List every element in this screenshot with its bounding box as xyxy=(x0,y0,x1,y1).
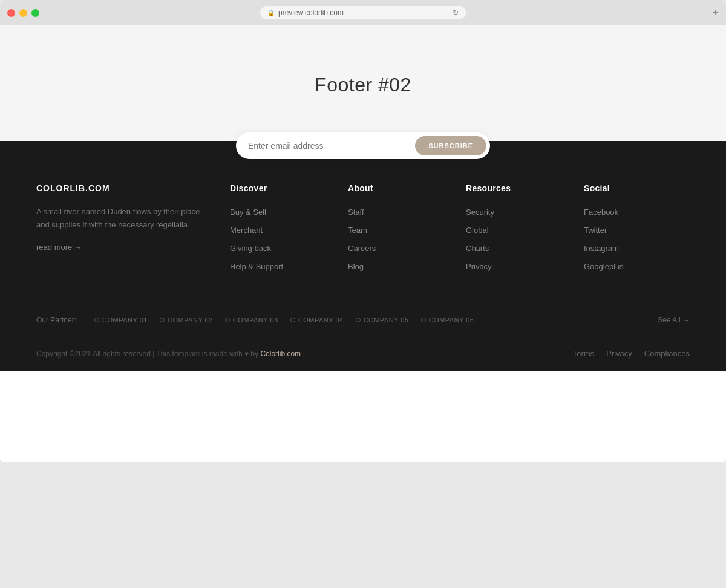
new-tab-button[interactable]: + xyxy=(712,7,719,19)
partner-name: COMPANY 05 xyxy=(364,316,409,324)
footer-col-discover: Discover Buy & Sell Merchant Giving back… xyxy=(230,183,336,272)
list-item: Facebook xyxy=(584,206,690,217)
list-item: Twitter xyxy=(584,224,690,235)
list-item: Global xyxy=(466,224,572,235)
global-link[interactable]: Global xyxy=(466,226,489,235)
browser-content: Footer #02 SUBSCRIBE COLORLIB.COM A smal… xyxy=(0,25,726,462)
list-item: Careers xyxy=(348,243,454,253)
partners-label: Our Partner: xyxy=(36,316,76,324)
discover-links: Buy & Sell Merchant Giving back Help & S… xyxy=(230,206,336,272)
list-item: Merchant xyxy=(230,224,336,235)
list-item: Security xyxy=(466,206,572,217)
staff-link[interactable]: Staff xyxy=(348,207,364,217)
partner-item[interactable]: COMPANY 01 xyxy=(94,316,148,324)
footer-logo: COLORLIB.COM xyxy=(36,183,206,193)
footer-col-resources: Resources Security Global Charts Privacy xyxy=(466,183,572,272)
subscribe-section: SUBSCRIBE xyxy=(0,132,726,159)
partner-dot-icon xyxy=(421,318,426,322)
titlebar: 🔒 preview.colorlib.com ↻ + xyxy=(0,6,726,25)
refresh-icon[interactable]: ↻ xyxy=(453,8,459,17)
security-link[interactable]: Security xyxy=(466,207,494,217)
list-item: Instagram xyxy=(584,243,690,253)
partners-bar: Our Partner: COMPANY 01 COMPANY 02 COMPA… xyxy=(36,302,690,338)
resources-links: Security Global Charts Privacy xyxy=(466,206,572,272)
close-button[interactable] xyxy=(7,9,15,17)
googleplus-link[interactable]: Googleplus xyxy=(584,262,624,271)
partner-item[interactable]: COMPANY 05 xyxy=(356,316,409,324)
partner-item[interactable]: COMPANY 02 xyxy=(160,316,213,324)
after-footer xyxy=(0,371,726,462)
compliances-link[interactable]: Compliances xyxy=(644,349,690,358)
list-item: Giving back xyxy=(230,243,336,253)
partner-dot-icon xyxy=(290,318,295,322)
subscribe-button[interactable]: SUBSCRIBE xyxy=(415,136,486,155)
privacy-legal-link[interactable]: Privacy xyxy=(606,349,632,358)
page-top: Footer #02 xyxy=(0,25,726,132)
team-link[interactable]: Team xyxy=(348,226,367,235)
partner-dot-icon xyxy=(356,318,361,322)
url-text: preview.colorlib.com xyxy=(278,8,344,17)
partner-item[interactable]: COMPANY 06 xyxy=(421,316,474,324)
lock-icon: 🔒 xyxy=(267,10,275,16)
terms-link[interactable]: Terms xyxy=(573,349,594,358)
footer-columns: Discover Buy & Sell Merchant Giving back… xyxy=(230,183,690,272)
list-item: Googleplus xyxy=(584,261,690,272)
giving-back-link[interactable]: Giving back xyxy=(230,244,271,253)
help-support-link[interactable]: Help & Support xyxy=(230,262,283,271)
resources-title: Resources xyxy=(466,183,572,193)
browser-window: 🔒 preview.colorlib.com ↻ + Footer #02 SU… xyxy=(0,0,726,462)
subscribe-bar: SUBSCRIBE xyxy=(236,132,490,159)
list-item: Help & Support xyxy=(230,261,336,272)
social-title: Social xyxy=(584,183,690,193)
traffic-lights xyxy=(7,9,39,17)
footer: COLORLIB.COM A small river named Duden f… xyxy=(0,141,726,371)
careers-link[interactable]: Careers xyxy=(348,244,376,253)
address-bar[interactable]: 🔒 preview.colorlib.com ↻ xyxy=(260,6,466,19)
about-title: About xyxy=(348,183,454,193)
about-links: Staff Team Careers Blog xyxy=(348,206,454,272)
footer-bottom: Copyright ©2021 All rights reserved | Th… xyxy=(36,338,690,371)
footer-col-social: Social Facebook Twitter Instagram Google… xyxy=(584,183,690,272)
charts-link[interactable]: Charts xyxy=(466,244,489,253)
list-item: Charts xyxy=(466,243,572,253)
footer-main: COLORLIB.COM A small river named Duden f… xyxy=(36,183,690,302)
discover-title: Discover xyxy=(230,183,336,193)
partner-name: COMPANY 02 xyxy=(168,316,213,324)
list-item: Team xyxy=(348,224,454,235)
partner-dot-icon xyxy=(160,318,165,322)
minimize-button[interactable] xyxy=(19,9,27,17)
list-item: Staff xyxy=(348,206,454,217)
partner-name: COMPANY 03 xyxy=(233,316,278,324)
copyright-label: Copyright ©2021 All rights reserved | Th… xyxy=(36,350,258,358)
colorlib-link[interactable]: Colorlib.com xyxy=(260,350,301,358)
partner-item[interactable]: COMPANY 03 xyxy=(225,316,278,324)
blog-link[interactable]: Blog xyxy=(348,262,364,271)
list-item: Blog xyxy=(348,261,454,272)
privacy-link[interactable]: Privacy xyxy=(466,262,492,271)
twitter-link[interactable]: Twitter xyxy=(584,226,607,235)
page-title: Footer #02 xyxy=(12,74,714,96)
facebook-link[interactable]: Facebook xyxy=(584,207,618,217)
footer-description: A small river named Duden flows by their… xyxy=(36,205,206,232)
partner-name: COMPANY 06 xyxy=(429,316,474,324)
read-more-link[interactable]: read more → xyxy=(36,243,82,252)
footer-col-about: About Staff Team Careers Blog xyxy=(348,183,454,272)
footer-brand: COLORLIB.COM A small river named Duden f… xyxy=(36,183,206,272)
copyright-text: Copyright ©2021 All rights reserved | Th… xyxy=(36,350,301,358)
partner-name: COMPANY 01 xyxy=(102,316,148,324)
partner-dot-icon xyxy=(225,318,230,322)
partner-item[interactable]: COMPANY 04 xyxy=(290,316,344,324)
partner-dot-icon xyxy=(94,318,99,322)
list-item: Privacy xyxy=(466,261,572,272)
legal-links: Terms Privacy Compliances xyxy=(573,349,690,358)
buy-sell-link[interactable]: Buy & Sell xyxy=(230,207,266,217)
partner-name: COMPANY 04 xyxy=(298,316,344,324)
social-links: Facebook Twitter Instagram Googleplus xyxy=(584,206,690,272)
maximize-button[interactable] xyxy=(31,9,39,17)
email-input[interactable] xyxy=(248,141,415,151)
list-item: Buy & Sell xyxy=(230,206,336,217)
see-all-link[interactable]: See All → xyxy=(658,316,690,324)
instagram-link[interactable]: Instagram xyxy=(584,244,619,253)
merchant-link[interactable]: Merchant xyxy=(230,226,263,235)
